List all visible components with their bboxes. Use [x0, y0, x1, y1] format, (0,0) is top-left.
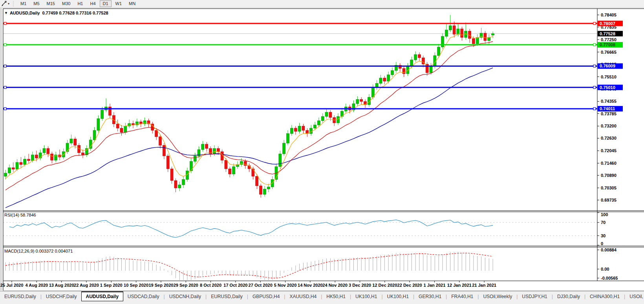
chart-tab-fra40-h1[interactable]: FRA40,H1 — [447, 291, 478, 301]
date-axis-tick: 12 Dec 2020 — [372, 283, 397, 288]
price-axis-tick: 0.70890 — [601, 173, 617, 178]
date-axis-tick: 17 Oct 2020 — [223, 283, 247, 288]
toolbar-grip — [13, 1, 15, 6]
chart-window: 0.784050.778350.772500.766650.760950.755… — [0, 0, 644, 304]
timeframe-button-mn[interactable]: MN — [126, 0, 139, 7]
price-axis-tick: 0.78405 — [601, 13, 617, 17]
macd-axis-tick: 0.00884 — [601, 248, 617, 252]
date-axis-tick: 25 Jul 2020 — [0, 283, 24, 288]
price-axis-tick: 0.71460 — [601, 161, 617, 166]
date-axis-tick: 22 Dec 2020 — [397, 283, 422, 288]
chart-tab-uk100-h1[interactable]: UK100,H1 — [383, 291, 413, 301]
chart-tab-hk50-h1[interactable]: HK50,H1 — [322, 291, 350, 301]
chart-tab-usdcad-daily[interactable]: USDCAD,Daily — [123, 291, 164, 301]
timeframe-button-d1[interactable]: D1 — [100, 0, 112, 7]
rsi-indicator-label: RSI(14) 58.7846 — [4, 213, 36, 217]
chart-tab-ger30-h1[interactable]: GER30,H1 — [414, 291, 446, 301]
rsi-axis-tick: 70 — [601, 220, 606, 225]
macd-indicator-label: MACD(12,26,9) 0.003372 0.004071 — [4, 249, 73, 253]
chart-tab-audusd-daily[interactable]: AUDUSD,Daily — [81, 291, 123, 301]
date-axis-tick: 12 Jan 2021 — [447, 283, 472, 288]
date-axis-tick: 1 Jan 2021 — [424, 283, 446, 288]
chart-canvas[interactable]: 0.784050.778350.772500.766650.760950.755… — [0, 0, 644, 304]
date-axis-tick: 13 Aug 2020 — [49, 283, 74, 288]
rsi-axis-tick: 30 — [601, 233, 606, 238]
date-axis-tick: 10 Sep 2020 — [124, 283, 148, 288]
timeframe-button-m15[interactable]: M15 — [44, 0, 58, 7]
chart-tab-uk100-h1[interactable]: UK100,H1 — [351, 291, 381, 301]
rsi-axis-tick: 100 — [601, 212, 608, 217]
chart-tab-dj30-daily[interactable]: DJ30,Daily — [553, 291, 584, 301]
price-axis-tick: 0.76665 — [601, 50, 617, 55]
date-axis-tick: 21 Jan 2021 — [472, 283, 496, 288]
price-axis-tick: 0.77250 — [601, 37, 617, 42]
date-axis-tick: 5 Nov 2020 — [274, 283, 296, 288]
timeframe-button-h4[interactable]: H4 — [87, 0, 99, 7]
price-axis-tick: 0.73200 — [601, 124, 617, 128]
chart-tab-china300-h1[interactable]: CHINA300,H1 — [585, 291, 624, 301]
timeframe-button-h1[interactable]: H1 — [74, 0, 86, 7]
chart-tab-usdcnh-daily[interactable]: USDCNH,Daily — [165, 291, 205, 301]
chart-tab-usoil-weekly[interactable]: USOil,Weekly — [479, 291, 516, 301]
chart-title-text: AUDUSD,Daily 0.77459 0.77628 0.77316 0.7… — [10, 11, 108, 15]
rsi-axis-tick: 0 — [601, 241, 603, 246]
date-axis-tick: 14 Nov 2020 — [298, 283, 323, 288]
timeframe-button-m5[interactable]: M5 — [30, 0, 42, 7]
price-axis-tick: 0.72630 — [601, 136, 617, 140]
crosshair-tool-icon — [1, 1, 7, 7]
date-axis-tick: 27 Oct 2020 — [249, 283, 273, 288]
timeframe-toolbar: ▾ M1M5M15M30H1H4D1W1MN — [0, 0, 644, 8]
date-axis-tick: 8 Oct 2020 — [200, 283, 221, 288]
timeframe-button-w1[interactable]: W1 — [112, 0, 125, 7]
chart-tab-xauusd-h4[interactable]: XAUUSD,H4 — [285, 291, 321, 301]
date-axis-tick: 3 Dec 2020 — [349, 283, 371, 288]
timeframe-button-m1[interactable]: M1 — [17, 0, 29, 7]
price-axis-tick: 0.73785 — [601, 111, 617, 116]
chevron-down-icon: ▾ — [8, 2, 9, 5]
date-axis-tick: 24 Nov 2020 — [322, 283, 348, 288]
chart-tab-gbpusd-h4[interactable]: GBPUSD,H4 — [248, 291, 284, 301]
chart-tab-eurusd-daily[interactable]: EURUSD,Daily — [207, 291, 247, 301]
macd-axis-tick: -0.00565 — [601, 276, 618, 280]
level-price-label: 0.77528 — [600, 31, 615, 36]
date-axis-tick: 29 Sep 2020 — [174, 283, 198, 288]
chart-tab-usoil-[interactable]: USOil, — [625, 291, 644, 301]
price-axis-tick: 0.74355 — [601, 99, 617, 104]
status-bar — [0, 301, 644, 304]
price-axis-tick: 0.70305 — [601, 186, 617, 190]
timeframe-button-m30[interactable]: M30 — [59, 0, 73, 7]
collapse-triangle-icon[interactable]: ▼ — [4, 11, 8, 15]
timeframe-buttons: M1M5M15M30H1H4D1W1MN — [17, 0, 139, 7]
chart-tab-usdchf-daily[interactable]: USDCHF,Daily — [42, 291, 81, 301]
level-price-label: 0.74011 — [600, 106, 615, 111]
date-axis-tick: 1 Sep 2020 — [100, 283, 123, 288]
level-price-label: 0.76009 — [600, 64, 615, 68]
price-axis-tick: 0.72045 — [601, 148, 617, 153]
date-axis-tick: 19 Sep 2020 — [148, 283, 173, 288]
price-axis-tick: 0.75510 — [601, 75, 617, 79]
date-axis-tick: 4 Aug 2020 — [25, 283, 48, 288]
chart-tab-eurusd-daily[interactable]: EURUSD,Daily — [0, 291, 40, 301]
level-price-label: 0.77008 — [600, 42, 615, 47]
chart-tool-button[interactable]: ▾ — [0, 0, 11, 7]
trading-terminal-window: ▾ M1M5M15M30H1H4D1W1MN 0.784050.778350.7… — [0, 0, 644, 304]
chart-title: ▼AUDUSD,Daily 0.77459 0.77628 0.77316 0.… — [4, 11, 108, 15]
level-price-label: 0.75010 — [600, 85, 615, 90]
level-price-label: 0.78007 — [600, 21, 615, 26]
price-axis-tick: 0.69735 — [601, 198, 617, 202]
date-axis-tick: 22 Aug 2020 — [74, 283, 99, 288]
chart-tab-usdjpy-h1[interactable]: USDJPY,H1 — [518, 291, 551, 301]
macd-axis-tick: 0.00 — [601, 267, 609, 271]
chart-tab-bar: EURUSD,Daily|USDCHF,DailyAUDUSD,DailyUSD… — [0, 291, 644, 301]
